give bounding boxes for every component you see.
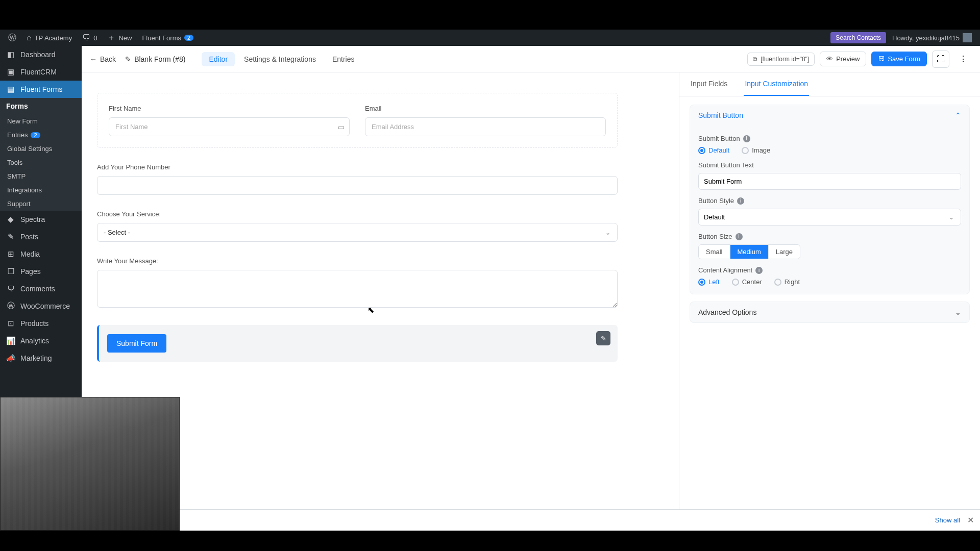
forms-icon: ▤: [6, 85, 15, 94]
button-text-input[interactable]: [698, 173, 961, 190]
menu-marketing[interactable]: 📣Marketing: [0, 349, 82, 367]
first-name-label: First Name: [109, 105, 350, 112]
pencil-icon: ✎: [125, 55, 131, 63]
submenu-new-form[interactable]: New Form: [0, 114, 82, 128]
more-menu-button[interactable]: ⋮: [954, 51, 972, 68]
crm-icon: ▣: [6, 67, 15, 77]
submenu-smtp[interactable]: SMTP: [0, 169, 82, 183]
webcam-overlay: [0, 397, 180, 531]
info-icon: i: [736, 233, 743, 240]
marketing-icon: 📣: [6, 354, 15, 363]
button-style-label: Button Stylei: [698, 197, 961, 205]
new-content[interactable]: ＋New: [103, 30, 136, 46]
page-icon: ❐: [6, 267, 15, 276]
preview-button[interactable]: 👁Preview: [820, 52, 866, 66]
fluent-forms-link[interactable]: Fluent Forms2: [138, 30, 198, 46]
tab-editor[interactable]: Editor: [202, 52, 235, 66]
editor-topbar: ←Back ✎Blank Form (#8) Editor Settings &…: [82, 46, 980, 72]
app-frame: ⓦ ⌂TP Academy 🗨0 ＋New Fluent Forms2 Sear…: [0, 30, 980, 531]
menu-products[interactable]: ⊡Products: [0, 315, 82, 332]
menu-posts[interactable]: ✎Posts: [0, 228, 82, 245]
submit-button-row[interactable]: Submit Form ✎: [97, 325, 618, 362]
tab-input-fields[interactable]: Input Fields: [690, 72, 728, 96]
size-small[interactable]: Small: [699, 245, 730, 259]
right-sidebar: Input Fields Input Customization Submit …: [679, 72, 980, 509]
panel-header-advanced[interactable]: Advanced Options ⌄: [690, 302, 969, 322]
submenu-forms[interactable]: Forms: [0, 98, 82, 114]
woo-icon: Ⓦ: [6, 301, 15, 311]
menu-analytics[interactable]: 📊Analytics: [0, 332, 82, 349]
submenu-entries[interactable]: Entries2: [0, 128, 82, 142]
menu-woocommerce[interactable]: ⓌWooCommerce: [0, 297, 82, 315]
size-medium[interactable]: Medium: [730, 245, 769, 259]
menu-fluent-forms[interactable]: ▤Fluent Forms: [0, 81, 82, 98]
name-email-row[interactable]: First Name ▭ Email: [97, 93, 618, 148]
phone-input[interactable]: [97, 176, 618, 195]
service-select[interactable]: - Select -: [97, 223, 618, 242]
info-icon: i: [743, 135, 750, 142]
tab-entries[interactable]: Entries: [325, 52, 362, 66]
menu-media[interactable]: ⊞Media: [0, 245, 82, 263]
button-style-select[interactable]: Default: [698, 209, 961, 226]
align-right[interactable]: Right: [774, 278, 800, 286]
button-type-radio: Default Image: [698, 146, 961, 154]
arrow-left-icon: ←: [90, 55, 97, 63]
first-name-input[interactable]: [109, 117, 350, 136]
form-name[interactable]: ✎Blank Form (#8): [125, 55, 185, 63]
service-field[interactable]: Choose Your Service: - Select - ⌄: [97, 210, 618, 242]
dashboard-icon: ◧: [6, 50, 15, 59]
tab-settings[interactable]: Settings & Integrations: [237, 52, 323, 66]
site-name[interactable]: ⌂TP Academy: [22, 30, 76, 46]
service-label: Choose Your Service:: [97, 210, 618, 218]
wp-logo[interactable]: ⓦ: [4, 30, 20, 46]
menu-pages[interactable]: ❐Pages: [0, 263, 82, 280]
size-large[interactable]: Large: [769, 245, 800, 259]
save-form-button[interactable]: 🖫Save Form: [871, 52, 927, 66]
panel-header-submit[interactable]: Submit Button ⌃: [690, 105, 969, 126]
phone-field[interactable]: Add Your Phone Number: [97, 163, 618, 195]
email-input[interactable]: [365, 117, 606, 136]
close-shelf-button[interactable]: ✕: [967, 515, 974, 525]
submit-form-button[interactable]: Submit Form: [107, 334, 166, 353]
edit-element-button[interactable]: ✎: [596, 331, 610, 345]
expand-button[interactable]: ⛶: [932, 51, 949, 68]
chevron-up-icon: ⌃: [955, 111, 961, 119]
pin-icon: ✎: [6, 232, 15, 241]
field-suffix-icon: ▭: [338, 123, 345, 131]
phone-label: Add Your Phone Number: [97, 163, 618, 171]
show-all-downloads[interactable]: Show all: [935, 516, 960, 524]
button-size-label: Button Sizei: [698, 233, 961, 240]
menu-comments[interactable]: 🗨Comments: [0, 280, 82, 297]
advanced-options-panel: Advanced Options ⌄: [690, 302, 970, 323]
submenu-integrations[interactable]: Integrations: [0, 183, 82, 197]
info-icon: i: [755, 267, 763, 274]
submenu-support[interactable]: Support: [0, 197, 82, 211]
download-shelf: 🖼 2f6f_1....jpg ⌃ Show all ✕: [82, 509, 980, 531]
editor-main: First Name ▭ Email Add Your Phone: [82, 72, 980, 509]
submenu-global-settings[interactable]: Global Settings: [0, 142, 82, 156]
align-left[interactable]: Left: [698, 278, 720, 286]
search-contacts-button[interactable]: Search Contacts: [830, 32, 886, 43]
submit-button-heading: Submit Buttoni: [698, 135, 961, 142]
wp-adminbar: ⓦ ⌂TP Academy 🗨0 ＋New Fluent Forms2 Sear…: [0, 30, 980, 46]
menu-fluentcrm[interactable]: ▣FluentCRM: [0, 63, 82, 81]
align-center[interactable]: Center: [732, 278, 762, 286]
shortcode-box[interactable]: ⧉[fluentform id="8"]: [747, 53, 815, 66]
button-size-segmented: Small Medium Large: [698, 244, 800, 259]
howdy-account[interactable]: Howdy, yexidikuja8415: [888, 30, 976, 46]
alignment-radio: Left Center Right: [698, 278, 961, 286]
message-textarea[interactable]: [97, 270, 618, 308]
menu-spectra[interactable]: ◆Spectra: [0, 211, 82, 228]
radio-default[interactable]: Default: [698, 146, 729, 154]
spectra-icon: ◆: [6, 215, 15, 224]
radio-image[interactable]: Image: [742, 146, 770, 154]
submenu-tools[interactable]: Tools: [0, 156, 82, 169]
back-link[interactable]: ←Back: [90, 55, 116, 63]
comments-bubble[interactable]: 🗨0: [78, 30, 101, 46]
eye-icon: 👁: [826, 55, 833, 63]
tab-input-customization[interactable]: Input Customization: [744, 72, 809, 96]
menu-dashboard[interactable]: ◧Dashboard: [0, 46, 82, 63]
comment-icon: 🗨: [6, 284, 15, 293]
message-field[interactable]: Write Your Message:: [97, 257, 618, 310]
content-alignment-label: Content Alignmenti: [698, 266, 961, 274]
